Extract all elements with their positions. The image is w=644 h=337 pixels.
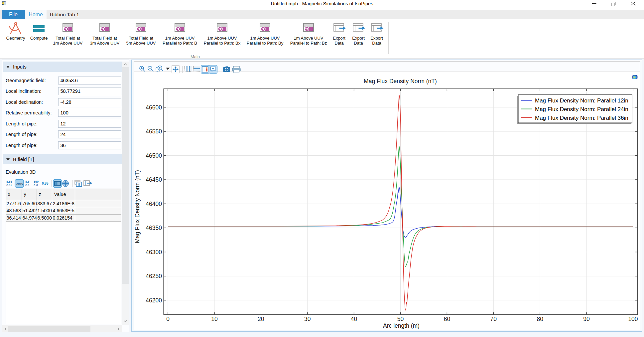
svg-text:40: 40: [351, 316, 357, 322]
svg-text:46300: 46300: [146, 249, 162, 255]
svg-text:46250: 46250: [146, 273, 162, 279]
svg-text:50: 50: [397, 316, 404, 322]
svg-text:10: 10: [211, 316, 218, 322]
svg-text:Arc length (m): Arc length (m): [383, 322, 420, 329]
svg-text:Mag Flux Density Norm (nT): Mag Flux Density Norm (nT): [134, 170, 141, 243]
svg-text:46400: 46400: [146, 201, 162, 207]
svg-text:0: 0: [166, 316, 170, 322]
svg-text:46200: 46200: [146, 297, 162, 304]
svg-text:30: 30: [304, 316, 311, 322]
svg-text:90: 90: [583, 316, 590, 322]
svg-text:Mag Flux Density Norm: Paralle: Mag Flux Density Norm: Parallel 24in: [535, 106, 628, 112]
svg-text:100: 100: [628, 316, 638, 322]
svg-text:46350: 46350: [146, 225, 162, 231]
svg-text:70: 70: [490, 316, 497, 322]
svg-text:Mag Flux Density Norm: Paralle: Mag Flux Density Norm: Parallel 12in: [535, 97, 628, 104]
svg-text:46550: 46550: [146, 128, 162, 135]
svg-text:46500: 46500: [146, 152, 162, 159]
svg-text:80: 80: [537, 316, 543, 322]
svg-text:60: 60: [444, 316, 451, 322]
svg-text:46600: 46600: [146, 104, 162, 111]
svg-text:Mag Flux Density Norm: Paralle: Mag Flux Density Norm: Parallel 36in: [535, 115, 628, 121]
svg-text:Mag Flux Density Norm (nT): Mag Flux Density Norm (nT): [364, 78, 437, 84]
svg-text:46450: 46450: [146, 176, 162, 183]
svg-text:20: 20: [258, 316, 264, 322]
